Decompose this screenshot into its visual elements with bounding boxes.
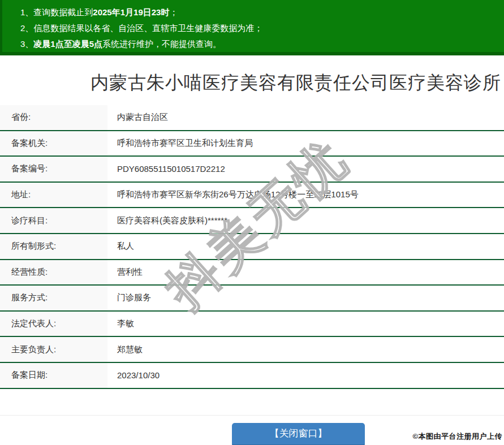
table-row-province: 省份: 内蒙古自治区 xyxy=(0,105,504,131)
row-label: 所有制形式: xyxy=(0,234,107,259)
notice-banner: 1、查询数据截止到2025年1月19日23时； 2、信息数据结果以各省、自治区、… xyxy=(0,0,504,55)
notice-line-2: 2、信息数据结果以各省、自治区、直辖市卫生健康委数据为准； xyxy=(20,20,504,36)
row-label: 法定代表人: xyxy=(0,312,107,336)
notice-1-bold: 2025年1月19日23时 xyxy=(93,7,169,17)
notice-3-post: 系统进行维护，不能提供查询。 xyxy=(102,39,221,49)
notice-3-number: 3、 xyxy=(20,39,33,49)
table-row-principal: 主要负责人: 郑慧敏 xyxy=(0,337,504,363)
row-label: 备案编号: xyxy=(0,157,107,182)
notice-1-text: 查询数据截止到 xyxy=(33,7,93,17)
table-row-authority: 备案机关: 呼和浩特市赛罕区卫生和计划生育局 xyxy=(0,131,504,157)
table-row-service-mode: 服务方式: 门诊服务 xyxy=(0,286,504,312)
notice-2-number: 2、 xyxy=(20,23,33,33)
row-label: 经营性质: xyxy=(0,260,107,285)
page-title: 内蒙古朱小喵医疗美容有限责任公司医疗美容诊所 xyxy=(91,70,504,95)
row-label: 备案日期: xyxy=(0,363,107,388)
notice-line-1: 1、查询数据截止到2025年1月19日23时； xyxy=(20,5,504,20)
row-value: 郑慧敏 xyxy=(107,337,504,362)
notice-2-text: 信息数据结果以各省、自治区、直辖市卫生健康委数据为准； xyxy=(33,23,262,33)
row-value: 私人 xyxy=(107,234,504,259)
row-label: 地址: xyxy=(0,183,107,208)
row-label: 备案机关: xyxy=(0,131,107,156)
table-row-ownership: 所有制形式: 私人 xyxy=(0,234,504,260)
row-value: 门诊服务 xyxy=(107,286,504,310)
row-label: 省份: xyxy=(0,105,107,130)
notice-3-bold: 凌晨1点至凌晨5点 xyxy=(33,39,102,49)
row-value: 李敏 xyxy=(107,312,504,336)
row-label: 诊疗科目: xyxy=(0,208,107,233)
table-row-business-nature: 经营性质: 营利性 xyxy=(0,260,504,286)
row-label: 服务方式: xyxy=(0,286,107,310)
row-label: 主要负责人: xyxy=(0,337,107,362)
row-value: 呼和浩特市赛罕区卫生和计划生育局 xyxy=(107,131,504,156)
row-value: PDY60855115010517D2212 xyxy=(107,157,504,182)
row-value: 医疗美容科(美容皮肤科)****** xyxy=(107,208,504,233)
notice-1-number: 1、 xyxy=(20,7,33,17)
row-value: 2023/10/30 xyxy=(107,363,504,388)
table-row-legal-representative: 法定代表人: 李敏 xyxy=(0,312,504,338)
upload-credit-watermark: ©本图由平台注册用户上传 xyxy=(412,431,502,442)
row-value: 呼和浩特市赛罕区新华东街26号万达广场12号楼一至二层1015号 xyxy=(107,183,504,208)
row-value: 内蒙古自治区 xyxy=(107,105,504,130)
table-row-departments: 诊疗科目: 医疗美容科(美容皮肤科)****** xyxy=(0,208,504,234)
table-row-record-number: 备案编号: PDY60855115010517D2212 xyxy=(0,157,504,183)
table-row-record-date: 备案日期: 2023/10/30 xyxy=(0,363,504,389)
table-row-address: 地址: 呼和浩特市赛罕区新华东街26号万达广场12号楼一至二层1015号 xyxy=(0,183,504,209)
registration-detail-table: 省份: 内蒙古自治区 备案机关: 呼和浩特市赛罕区卫生和计划生育局 备案编号: … xyxy=(0,105,504,389)
notice-line-3: 3、凌晨1点至凌晨5点系统进行维护，不能提供查询。 xyxy=(20,36,504,52)
close-window-button[interactable]: 【关闭窗口】 xyxy=(232,423,365,445)
footer-divider xyxy=(0,415,504,416)
row-value: 营利性 xyxy=(107,260,504,285)
notice-1-post: ； xyxy=(169,7,178,17)
